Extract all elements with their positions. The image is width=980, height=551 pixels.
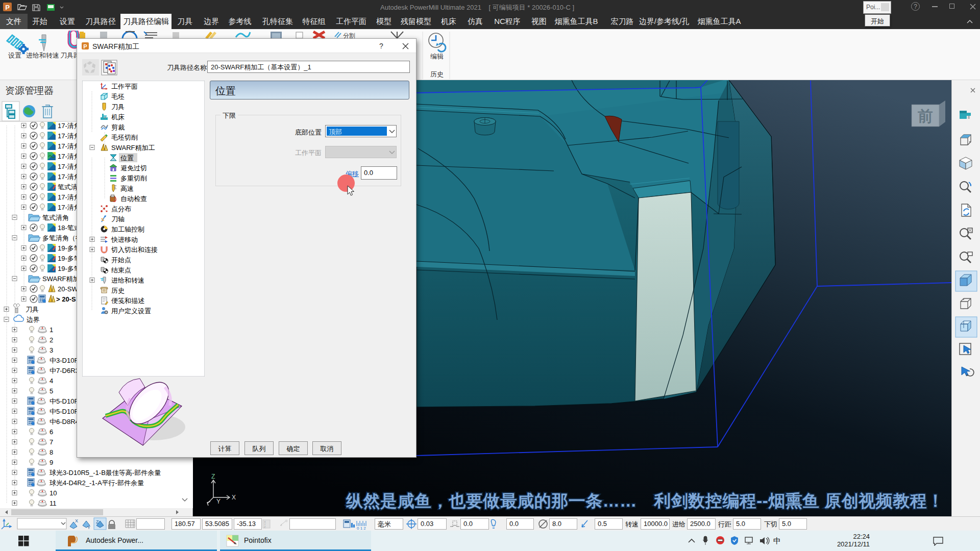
svg-text:进给和转速: 进给和转速 [111,277,144,284]
svg-text:Z: Z [264,525,266,529]
svg-text:多重切削: 多重切削 [120,174,147,182]
svg-text:高速: 高速 [120,185,134,192]
svg-text:刀具: 刀具 [111,103,125,111]
svg-text:X: X [232,494,236,501]
svg-text:Y: Y [87,525,90,530]
svg-text:Z: Z [96,519,99,524]
svg-text:6: 6 [50,428,53,436]
svg-text:SWARF精加工: SWARF精加工 [111,144,155,152]
svg-text:结束点: 结束点 [111,266,131,274]
svg-text:Y: Y [216,498,220,505]
svg-text:快进移动: 快进移动 [111,236,138,243]
svg-text:前: 前 [918,108,933,124]
svg-text:剪裁: 剪裁 [111,123,125,131]
svg-text:9: 9 [50,459,53,466]
svg-text:P: P [5,4,10,11]
svg-text:毛坯: 毛坯 [111,93,125,101]
svg-text:工作平面: 工作平面 [111,83,138,90]
svg-text:位置: 位置 [120,154,134,162]
svg-text:球光3-D10R5_-1-B最佳等高-部件余量: 球光3-D10R5_-1-B最佳等高-部件余量 [50,469,161,477]
svg-text:0 1 2: 0 1 2 [357,526,366,530]
svg-text:P: P [83,43,87,49]
svg-text:加工轴控制: 加工轴控制 [111,226,144,233]
svg-text:避免过切: 避免过切 [120,164,147,172]
svg-text:> 20-S: > 20-S [56,295,76,303]
svg-text:刀轴: 刀轴 [111,215,125,223]
svg-text:8: 8 [50,448,53,456]
svg-text:便笺和描述: 便笺和描述 [111,297,144,305]
svg-text:20-SW: 20-SW [58,285,78,293]
svg-text:1: 1 [50,326,53,334]
svg-text:用户定义设置: 用户定义设置 [111,307,151,315]
svg-text:3: 3 [50,346,53,354]
svg-text:毛坯切削: 毛坯切削 [111,134,138,141]
svg-text:刀具: 刀具 [26,306,39,313]
svg-text:自动检查: 自动检查 [120,195,147,203]
svg-text:2: 2 [50,336,53,344]
svg-text:点分布: 点分布 [111,205,131,213]
svg-text:5: 5 [50,387,53,395]
svg-text:笔式清角: 笔式清角 [42,214,69,221]
svg-text:纵然是咸鱼，也要做最咸的那一条…… 利剑数控编程--烟熏鱼: 纵然是咸鱼，也要做最咸的那一条…… 利剑数控编程--烟熏鱼 原创视频教程！ [346,491,944,510]
svg-text:历史: 历史 [111,287,125,294]
svg-text:Z: Z [211,473,215,480]
svg-text:边界: 边界 [27,316,40,323]
svg-text:4: 4 [50,377,53,385]
svg-text:X: X [75,518,78,523]
svg-text:机床: 机床 [111,113,125,121]
svg-text:球光4-D4R2_-1-A平行-部件余量: 球光4-D4R2_-1-A平行-部件余量 [50,479,144,487]
svg-text:切入切出和连接: 切入切出和连接 [111,246,158,254]
svg-text:10: 10 [50,489,57,497]
svg-text:开始点: 开始点 [111,256,131,264]
svg-text:7: 7 [50,438,53,446]
